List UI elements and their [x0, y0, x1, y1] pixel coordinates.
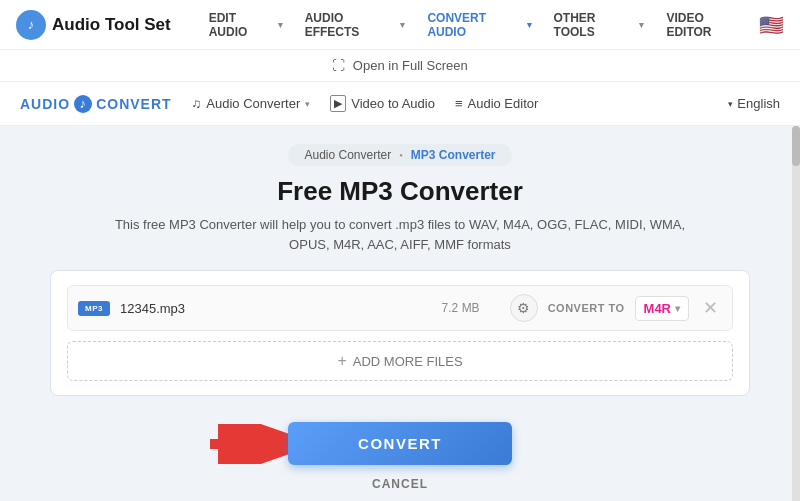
file-actions: ⚙ CONVERT TO M4R ▾ ✕ — [510, 294, 722, 322]
chevron-down-icon: ▾ — [527, 20, 532, 30]
audio-converter-label: Audio Converter — [206, 96, 300, 111]
page-description: This free MP3 Converter will help you to… — [110, 215, 690, 254]
logo-icon: ♪ — [16, 10, 46, 40]
breadcrumb: Audio Converter ● MP3 Converter — [288, 144, 511, 166]
plus-icon: + — [337, 352, 346, 370]
chevron-down-icon: ▾ — [400, 20, 405, 30]
file-badge: MP3 — [78, 301, 110, 316]
nav-label-convert-audio: CONVERT AUDIO — [427, 11, 523, 39]
format-label: M4R — [644, 301, 671, 316]
logo-convert-text: CONVERT — [96, 96, 171, 112]
file-name: 12345.mp3 — [120, 301, 432, 316]
fullscreen-icon: ⛶ — [332, 58, 345, 73]
editor-icon: ≡ — [455, 96, 463, 111]
sec-nav-video-to-audio[interactable]: ▶ Video to Audio — [330, 95, 435, 112]
nav-item-audio-effects[interactable]: AUDIO EFFECTS ▾ — [295, 5, 416, 45]
settings-button[interactable]: ⚙ — [510, 294, 538, 322]
logo[interactable]: ♪ Audio Tool Set — [16, 10, 171, 40]
nav-label-edit-audio: EDIT AUDIO — [209, 11, 275, 39]
nav-item-edit-audio[interactable]: EDIT AUDIO ▾ — [199, 5, 293, 45]
logo-text: Audio Tool Set — [52, 15, 171, 35]
scrollbar[interactable] — [792, 126, 800, 501]
main-content: Audio Converter ● MP3 Converter Free MP3… — [0, 126, 800, 501]
video-to-audio-label: Video to Audio — [351, 96, 435, 111]
file-area: MP3 12345.mp3 7.2 MB ⚙ CONVERT TO M4R ▾ … — [50, 270, 750, 396]
nav-items: EDIT AUDIO ▾ AUDIO EFFECTS ▾ CONVERT AUD… — [199, 5, 759, 45]
nav-item-convert-audio[interactable]: CONVERT AUDIO ▾ — [417, 5, 541, 45]
top-nav: ♪ Audio Tool Set EDIT AUDIO ▾ AUDIO EFFE… — [0, 0, 800, 50]
cancel-button[interactable]: CANCEL — [50, 477, 750, 491]
breadcrumb-mp3-converter: MP3 Converter — [411, 148, 496, 162]
convert-button[interactable]: CONVERT — [288, 422, 512, 465]
video-icon: ▶ — [330, 95, 346, 112]
logo-audio-text: AUDIO — [20, 96, 70, 112]
nav-item-video-editor[interactable]: VIDEO EDITOR — [656, 5, 759, 45]
language-selector[interactable]: ▾ English — [728, 96, 780, 111]
convert-section: CONVERT CANCEL — [50, 406, 750, 497]
page-title: Free MP3 Converter — [50, 176, 750, 207]
chevron-down-icon: ▾ — [305, 99, 310, 109]
format-chevron-icon: ▾ — [675, 303, 680, 314]
audio-convert-logo[interactable]: AUDIO ♪ CONVERT — [20, 95, 172, 113]
fullscreen-label: Open in Full Screen — [353, 58, 468, 73]
sec-nav-items: ♫ Audio Converter ▾ ▶ Video to Audio ≡ A… — [192, 95, 709, 112]
nav-label-audio-effects: AUDIO EFFECTS — [305, 11, 398, 39]
format-selector[interactable]: M4R ▾ — [635, 296, 689, 321]
nav-flag[interactable]: 🇺🇸 — [759, 13, 784, 37]
nav-item-other-tools[interactable]: OTHER TOOLS ▾ — [544, 5, 655, 45]
breadcrumb-dot: ● — [399, 152, 403, 158]
nav-label-other-tools: OTHER TOOLS — [554, 11, 637, 39]
sec-nav-audio-converter[interactable]: ♫ Audio Converter ▾ — [192, 96, 311, 111]
logo-music-icon: ♪ — [74, 95, 92, 113]
language-label: English — [737, 96, 780, 111]
breadcrumb-area: Audio Converter ● MP3 Converter — [50, 140, 750, 176]
add-files-label: ADD MORE FILES — [353, 354, 463, 369]
file-size: 7.2 MB — [442, 301, 480, 315]
secondary-nav: AUDIO ♪ CONVERT ♫ Audio Converter ▾ ▶ Vi… — [0, 82, 800, 126]
sec-nav-audio-editor[interactable]: ≡ Audio Editor — [455, 96, 538, 111]
chevron-down-icon: ▾ — [728, 99, 733, 109]
fullscreen-bar[interactable]: ⛶ Open in Full Screen — [0, 50, 800, 82]
breadcrumb-audio-converter[interactable]: Audio Converter — [304, 148, 391, 162]
add-more-files-button[interactable]: + ADD MORE FILES — [67, 341, 733, 381]
convert-to-label: CONVERT TO — [548, 302, 625, 314]
chevron-down-icon: ▾ — [639, 20, 644, 30]
chevron-down-icon: ▾ — [278, 20, 283, 30]
audio-editor-label: Audio Editor — [468, 96, 539, 111]
convert-wrapper: CONVERT — [50, 416, 750, 471]
scrollbar-thumb[interactable] — [792, 126, 800, 166]
nav-label-video-editor: VIDEO EDITOR — [666, 11, 749, 39]
music-note-icon: ♫ — [192, 96, 202, 111]
delete-button[interactable]: ✕ — [699, 295, 722, 321]
file-row: MP3 12345.mp3 7.2 MB ⚙ CONVERT TO M4R ▾ … — [67, 285, 733, 331]
